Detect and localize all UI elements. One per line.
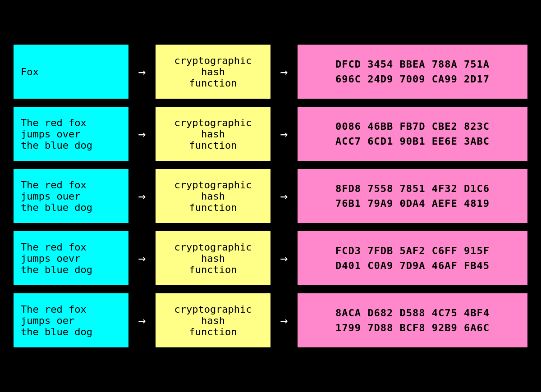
arrow1-4: → (128, 313, 156, 328)
output-box-1: 0086 46BB FB7D CBE2 823CACC7 6CD1 90B1 E… (298, 107, 527, 161)
arrow1-1: → (128, 127, 156, 141)
row-1: The red fox jumps over the blue dog→cryp… (14, 107, 527, 161)
arrow2-2: → (270, 189, 298, 204)
output-box-2: 8FD8 7558 7851 4F32 D1C676B1 79A9 0DA4 A… (298, 169, 527, 223)
output-box-3: FCD3 7FDB 5AF2 C6FF 915FD401 C0A9 7D9A 4… (298, 231, 527, 285)
hash-box-3: cryptographic hash function (156, 231, 270, 285)
input-box-0: Fox (14, 45, 128, 99)
hash-box-1: cryptographic hash function (156, 107, 270, 161)
hash-box-4: cryptographic hash function (156, 293, 270, 347)
arrow2-1: → (270, 127, 298, 141)
arrow1-3: → (128, 251, 156, 266)
hash-box-2: cryptographic hash function (156, 169, 270, 223)
row-3: The red fox jumps oevr the blue dog→cryp… (14, 231, 527, 285)
hash-box-0: cryptographic hash function (156, 45, 270, 99)
output-box-0: DFCD 3454 BBEA 788A 751A696C 24D9 7009 C… (298, 45, 527, 99)
input-box-2: The red fox jumps ouer the blue dog (14, 169, 128, 223)
input-box-3: The red fox jumps oevr the blue dog (14, 231, 128, 285)
main-diagram: Fox→cryptographic hash function→DFCD 345… (5, 36, 536, 356)
arrow1-2: → (128, 189, 156, 204)
output-box-4: 8ACA D682 D588 4C75 4BF41799 7D88 BCF8 9… (298, 293, 527, 347)
row-2: The red fox jumps ouer the blue dog→cryp… (14, 169, 527, 223)
arrow2-0: → (270, 64, 298, 79)
arrow2-4: → (270, 313, 298, 328)
input-box-1: The red fox jumps over the blue dog (14, 107, 128, 161)
row-0: Fox→cryptographic hash function→DFCD 345… (14, 45, 527, 99)
row-4: The red fox jumps oer the blue dog→crypt… (14, 293, 527, 347)
input-box-4: The red fox jumps oer the blue dog (14, 293, 128, 347)
arrow1-0: → (128, 64, 156, 79)
arrow2-3: → (270, 251, 298, 266)
